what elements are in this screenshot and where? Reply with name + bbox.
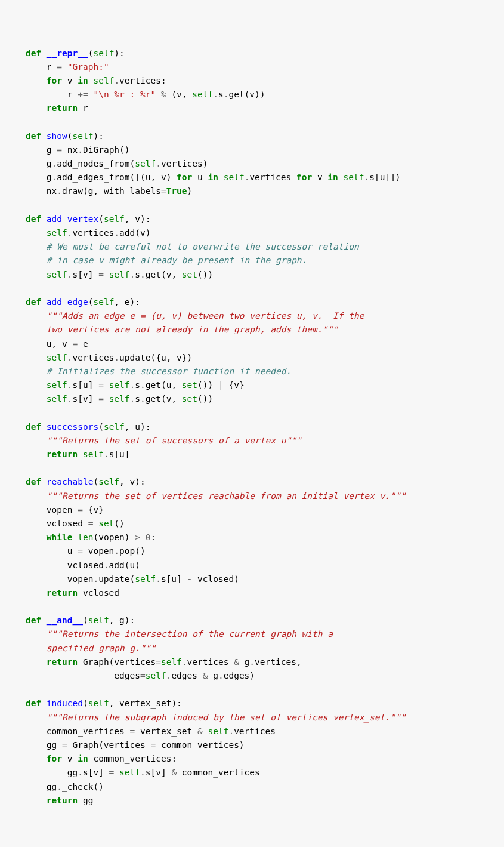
code-block: def __repr__(self): r = "Graph:" for v i… (5, 47, 499, 808)
